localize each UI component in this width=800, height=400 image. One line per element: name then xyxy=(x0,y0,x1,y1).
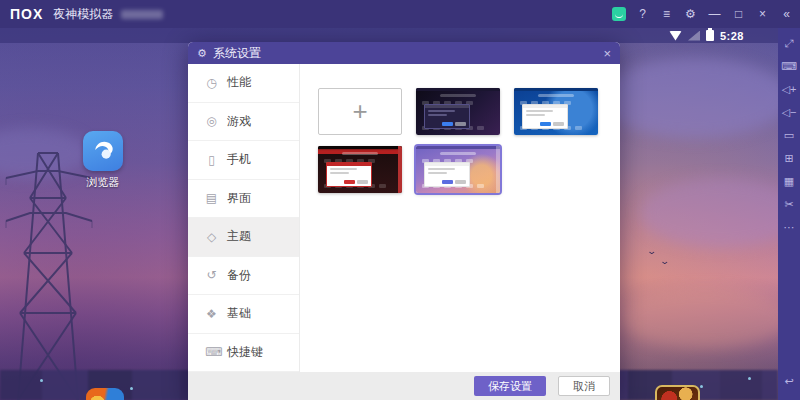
mini-accent-button xyxy=(540,122,551,126)
mini-dialog xyxy=(522,104,569,128)
install-apk-button[interactable]: ⊞ xyxy=(779,147,799,169)
browser-app-icon xyxy=(83,131,123,171)
settings-sidebar: ◷性能◎游戏▯手机▤界面◇主题↺备份❖基础⌨快捷键 xyxy=(188,64,300,372)
city-light xyxy=(130,387,133,390)
wifi-icon xyxy=(669,31,682,41)
cellular-signal-icon xyxy=(688,31,700,41)
more-actions-button[interactable]: ⋯ xyxy=(779,216,799,238)
sidebar-item-label: 基础 xyxy=(227,305,251,322)
sidebar-item-label: 手机 xyxy=(227,151,251,168)
theme-thumbnail-red[interactable] xyxy=(318,146,402,193)
browser-app-label: 浏览器 xyxy=(80,175,126,190)
mini-searchbar xyxy=(440,94,475,97)
fullscreen-button[interactable]: ⤢ xyxy=(779,32,799,54)
shake-button[interactable]: ✂ xyxy=(779,193,799,215)
settings-button[interactable]: ⚙ xyxy=(683,6,698,22)
mini-icon xyxy=(379,184,386,188)
sidebar-item-label: 游戏 xyxy=(227,113,251,130)
dialog-header: ⚙ 系统设置 × xyxy=(188,42,620,64)
game-app-icon-right[interactable] xyxy=(655,385,700,400)
maximize-button[interactable]: □ xyxy=(731,6,746,22)
sidebar-item-label: 界面 xyxy=(227,190,251,207)
dialog-close-button[interactable]: × xyxy=(603,46,611,61)
mini-buttons xyxy=(442,122,466,126)
shared-folder-button[interactable]: ▦ xyxy=(779,170,799,192)
theme-icon: ◇ xyxy=(205,230,218,244)
browser-app[interactable]: 浏览器 xyxy=(80,131,126,190)
mini-gray-button xyxy=(357,180,368,184)
android-status-bar: 5:28 xyxy=(0,28,778,43)
sidebar-item-基础[interactable]: ❖基础 xyxy=(188,295,299,334)
cloud xyxy=(600,58,778,138)
save-settings-button[interactable]: 保存设置 xyxy=(474,376,546,396)
game-app-icon-left[interactable] xyxy=(86,388,124,400)
mini-titlebar xyxy=(416,146,500,149)
window-titlebar: ΠOX 夜神模拟器 ?≡⚙—□×« xyxy=(0,0,800,28)
window-controls: ?≡⚙—□×« xyxy=(612,0,794,28)
mini-buttons xyxy=(442,180,466,184)
city-light xyxy=(748,377,751,380)
minimize-button[interactable]: — xyxy=(707,6,722,22)
mini-icon xyxy=(477,184,484,188)
sidebar-item-性能[interactable]: ◷性能 xyxy=(188,64,299,103)
city-light xyxy=(40,379,43,382)
bird: ⌄ xyxy=(659,256,670,266)
help-button[interactable]: ? xyxy=(635,6,650,22)
basic-icon: ❖ xyxy=(205,307,218,321)
theme-thumbnail-purple[interactable] xyxy=(416,146,500,193)
sidebar-item-主题[interactable]: ◇主题 xyxy=(188,218,299,257)
mini-searchbar xyxy=(342,152,377,155)
screen-capture-button[interactable]: ▭ xyxy=(779,124,799,146)
sidebar-item-快捷键[interactable]: ⌨快捷键 xyxy=(188,334,299,373)
close-button[interactable]: × xyxy=(755,6,770,22)
mini-dialog xyxy=(326,162,373,186)
dialog-body: ◷性能◎游戏▯手机▤界面◇主题↺备份❖基础⌨快捷键 + xyxy=(188,64,620,372)
sidebar-item-备份[interactable]: ↺备份 xyxy=(188,257,299,296)
theme-grid: + xyxy=(318,88,614,193)
collapse-toolbar-button[interactable]: « xyxy=(779,6,794,22)
mini-accent-button xyxy=(442,122,453,126)
app-store-button[interactable] xyxy=(612,7,626,21)
mini-buttons xyxy=(344,180,368,184)
mini-text-line xyxy=(526,114,546,116)
add-theme-button[interactable]: + xyxy=(318,88,402,135)
mini-text-line xyxy=(428,114,448,116)
backup-icon: ↺ xyxy=(205,268,218,282)
titlebar-extra-text xyxy=(121,10,163,19)
mini-side-strip xyxy=(496,146,500,193)
sidebar-item-label: 主题 xyxy=(227,228,251,245)
mini-gray-button xyxy=(455,122,466,126)
interface-icon: ▤ xyxy=(205,191,218,205)
mini-text-line xyxy=(428,110,456,112)
mini-accent-button xyxy=(442,180,453,184)
battery-icon xyxy=(706,30,714,41)
mini-text-line xyxy=(330,168,358,170)
virtual-keyboard-button[interactable]: ⌨ xyxy=(779,55,799,77)
sidebar-item-游戏[interactable]: ◎游戏 xyxy=(188,103,299,142)
cloud xyxy=(640,178,778,248)
mini-titlebar xyxy=(318,146,402,149)
theme-thumbnail-blue[interactable] xyxy=(514,88,598,135)
mini-dialog xyxy=(424,104,471,128)
phone-icon: ▯ xyxy=(205,153,218,167)
sidebar-item-label: 备份 xyxy=(227,267,251,284)
side-toolbar: ⤢⌨◁+◁−▭⊞▦✂⋯↩ xyxy=(778,28,800,400)
mini-accent-button xyxy=(344,180,355,184)
mini-dialog-title xyxy=(327,163,372,166)
cancel-button[interactable]: 取消 xyxy=(558,376,610,396)
volume-down-button[interactable]: ◁− xyxy=(779,101,799,123)
mini-text-line xyxy=(330,172,350,174)
mini-searchbar xyxy=(440,152,475,155)
settings-dialog: ⚙ 系统设置 × ◷性能◎游戏▯手机▤界面◇主题↺备份❖基础⌨快捷键 + 保存设… xyxy=(188,42,620,400)
menu-button[interactable]: ≡ xyxy=(659,6,674,22)
back-button[interactable]: ↩ xyxy=(779,370,799,392)
bird: ⌄ xyxy=(646,246,657,256)
mini-text-line xyxy=(526,110,554,112)
mini-icon xyxy=(477,126,484,130)
sidebar-item-界面[interactable]: ▤界面 xyxy=(188,180,299,219)
volume-up-button[interactable]: ◁+ xyxy=(779,78,799,100)
mini-searchbar xyxy=(538,94,573,97)
theme-thumbnail-dark[interactable] xyxy=(416,88,500,135)
sidebar-item-手机[interactable]: ▯手机 xyxy=(188,141,299,180)
mini-dialog-title xyxy=(425,105,470,108)
